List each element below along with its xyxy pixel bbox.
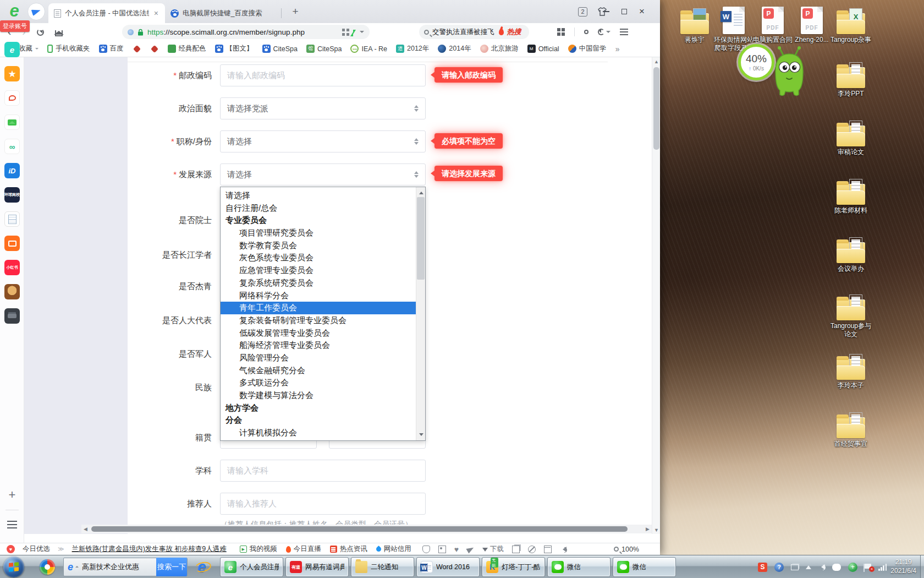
news-headline-link[interactable]: 兰新铁路(甘肃金昌境内)发生事故 初步核查9人遇难 xyxy=(72,544,227,554)
tray-expand-icon[interactable] xyxy=(806,563,811,569)
dropdown-option[interactable]: 低碳发展管理专业委员会 xyxy=(221,327,416,340)
window-tray-icon[interactable] xyxy=(791,564,799,570)
select-1[interactable]: 请选择党派 xyxy=(220,97,426,119)
address-bar[interactable]: https://scope.scimall.org.cn/member/sign… xyxy=(122,25,370,39)
site-credit-link[interactable]: 网站信用 xyxy=(376,544,411,554)
taskbar-search-text[interactable]: 高新技术企业优惠 xyxy=(82,562,154,572)
bookmarks-overflow-icon[interactable]: » xyxy=(615,45,620,53)
page-horizontal-scrollbar[interactable]: ◀ ▶ xyxy=(81,525,652,533)
taskbar-button-灯塔-丁丁-酷...[interactable]: K无损灯塔-丁丁-酷... xyxy=(482,557,545,577)
scroll-up-icon[interactable] xyxy=(416,187,426,197)
screenshot-icon[interactable] xyxy=(438,546,446,553)
new-tab-button[interactable]: + xyxy=(288,6,302,18)
bookmark-item[interactable]: ieaIEA - Re xyxy=(350,45,387,53)
dropdown-option[interactable]: 请选择 xyxy=(221,189,416,202)
scroll-down-icon[interactable] xyxy=(416,431,426,440)
dropdown-option[interactable]: 应急管理专业委员会 xyxy=(221,264,416,277)
scrollbar-up-icon[interactable]: ▲ xyxy=(652,57,661,66)
dropdown-option[interactable]: 数学建模与算法分会 xyxy=(221,389,416,402)
dropdown-option[interactable]: 气候金融研究分会 xyxy=(221,364,416,377)
desktop-icon[interactable]: 李玲本子 xyxy=(828,351,873,390)
text-input-12[interactable]: 请输入推荐人 xyxy=(220,493,426,515)
messenger-plane-icon[interactable] xyxy=(28,3,45,20)
desktop-icon[interactable]: 审稿论文 xyxy=(828,118,873,156)
dropdown-option[interactable]: 船海经济管理专业委员会 xyxy=(221,339,416,352)
dropdown-option[interactable]: 专业委员会 xyxy=(221,214,416,227)
shield-icon[interactable] xyxy=(422,546,430,553)
speed-mode-icon[interactable] xyxy=(353,30,356,34)
app-swirl-icon[interactable]: e xyxy=(4,42,20,57)
my-videos-link[interactable]: ▶我的视频 xyxy=(240,544,277,554)
reload-button[interactable] xyxy=(37,29,44,36)
desktop-icon[interactable]: 陈老师材料 xyxy=(828,176,873,215)
help-tray-icon[interactable]: ? xyxy=(774,563,784,572)
zoom-indicator[interactable]: 100% xyxy=(614,546,639,553)
action-center-flag-icon[interactable]: × xyxy=(865,564,871,569)
search-box[interactable]: 交警执法直播被撞飞 热搜 xyxy=(419,25,529,39)
taskbar-button-微信[interactable]: 微信 xyxy=(547,557,610,577)
dropdown-scrollbar-thumb[interactable] xyxy=(417,197,425,280)
sogou-input-tray-icon[interactable]: S xyxy=(758,563,767,572)
desktop-icon[interactable]: 李玲PPT xyxy=(828,59,873,98)
dropdown-option[interactable]: 项目管理研究委员会 xyxy=(221,227,416,239)
select-3[interactable]: 请选择 xyxy=(220,163,426,186)
bookmark-item[interactable]: 中国留学 xyxy=(568,44,607,53)
vertical-scrollbar-thumb[interactable] xyxy=(653,67,659,150)
taskbar-search-button[interactable]: 搜索一下 xyxy=(156,558,187,576)
qr-code-icon[interactable] xyxy=(342,29,349,36)
bookmark-item[interactable] xyxy=(150,46,159,52)
dropdown-option-selected[interactable]: 青年工作委员会 xyxy=(221,302,416,314)
360-security-tray-icon[interactable] xyxy=(40,559,55,575)
wechat-tray-icon[interactable] xyxy=(832,564,841,571)
bookmark-item[interactable]: 经典配色 xyxy=(168,44,206,53)
dropdown-scrollbar[interactable] xyxy=(416,187,425,440)
360-green-tray-icon[interactable]: + xyxy=(848,563,857,572)
network-signal-icon[interactable] xyxy=(878,564,887,571)
page-vertical-scrollbar[interactable]: ▲ ▼ xyxy=(652,57,660,534)
dropdown-option[interactable]: 复杂系统研究委员会 xyxy=(221,277,416,290)
tab-2[interactable]: 电脑截屏快捷键_百度搜索 xyxy=(165,3,282,23)
taskbar-button-网易有道词典[interactable]: 有道网易有道词典 xyxy=(285,557,349,577)
chevron-expand-icon[interactable]: ≫ xyxy=(58,546,64,553)
bookmark-item[interactable]: MOfficial xyxy=(527,45,559,53)
desktop-icon[interactable]: 蒋焕宇 xyxy=(672,6,717,44)
bookmark-item[interactable]: 手机收藏夹 xyxy=(47,44,90,53)
dropdown-option[interactable]: 复杂装备研制管理专业委员会 xyxy=(221,314,416,327)
windows-layers-icon[interactable] xyxy=(512,546,520,553)
desktop-icon[interactable]: PPDF电脑购置合同 xyxy=(750,6,795,44)
bookmark-item[interactable]: 【图文】 xyxy=(215,44,254,53)
scrollbar-left-icon[interactable]: ◀ xyxy=(81,525,90,533)
home-button[interactable] xyxy=(55,30,63,36)
daily-picks-link[interactable]: 今日优选 xyxy=(23,544,50,554)
dropdown-option[interactable]: 自行注册/总会 xyxy=(221,202,416,215)
live-today-link[interactable]: 今日直播 xyxy=(286,544,321,554)
text-input-11[interactable]: 请输入学科 xyxy=(220,460,426,482)
select-2[interactable]: 请选择 xyxy=(220,130,426,152)
hot-news-link[interactable]: 热点资讯 xyxy=(330,544,367,554)
apps-grid-icon[interactable] xyxy=(557,28,565,36)
scrollbar-right-icon[interactable]: ▶ xyxy=(644,525,652,533)
volume-tray-icon[interactable] xyxy=(818,564,825,570)
huanqiu-wangxiao-icon[interactable]: 环球网校 xyxy=(4,187,20,203)
desktop-icon[interactable]: XTangroup杂事 xyxy=(828,6,873,44)
brightness-icon[interactable] xyxy=(584,30,588,34)
scrollbar-down-icon[interactable]: ▼ xyxy=(652,526,661,534)
dropdown-option[interactable]: 计算机模拟分会 xyxy=(221,427,416,439)
speaker-icon[interactable] xyxy=(560,547,566,552)
health-icon[interactable]: ♥ xyxy=(454,546,459,553)
taskbar-search-widget[interactable]: e 高新技术企业优惠 搜索一下 xyxy=(63,558,188,576)
bookmark-item[interactable]: 馆CiteSpa xyxy=(306,45,342,53)
bookmark-item[interactable]: 百度 xyxy=(99,44,124,53)
desktop-icon[interactable]: 首经贸事宜 xyxy=(828,410,873,448)
browser-logo-icon[interactable]: e xyxy=(4,1,24,21)
text-input-0[interactable]: 请输入邮政编码 xyxy=(220,64,426,86)
dropdown-option[interactable]: 灰色系统专业委员会 xyxy=(221,252,416,264)
dropdown-option[interactable]: 网络科学分会 xyxy=(221,290,416,302)
hot-search-label[interactable]: 热搜 xyxy=(507,27,521,37)
dropdown-option[interactable]: 多式联运分会 xyxy=(221,377,416,389)
internet-explorer-icon[interactable]: e xyxy=(194,559,210,575)
taskbar-button-个人会员注册...[interactable]: e个人会员注册... xyxy=(220,557,283,577)
taskbar-button-Word 2016[interactable]: WWord 2016 xyxy=(416,557,480,577)
taskbar-button-二轮通知[interactable]: 二轮通知 xyxy=(351,557,414,577)
sidebar-menu-icon[interactable] xyxy=(7,521,17,522)
